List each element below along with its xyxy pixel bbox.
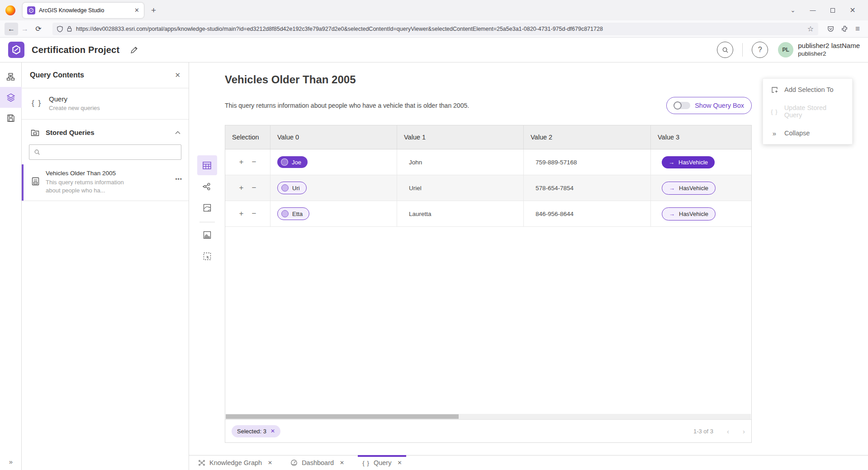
window-maximize-icon[interactable] (823, 3, 843, 18)
lock-icon[interactable] (67, 26, 72, 32)
search-button[interactable] (717, 42, 733, 58)
selected-indicator (22, 164, 24, 201)
stored-query-description: This query returns information about peo… (46, 178, 136, 194)
column-header-value0[interactable]: Value 0 (270, 125, 397, 149)
query-create-item[interactable]: { } Query Create new queries (22, 88, 189, 120)
horizontal-scrollbar[interactable] (226, 414, 751, 419)
column-header-value2[interactable]: Value 2 (524, 125, 651, 149)
braces-icon: { } (32, 99, 42, 108)
tab-query[interactable]: { } Query ✕ (356, 456, 408, 470)
cell-value1[interactable]: Lauretta (397, 201, 524, 226)
show-query-box-toggle[interactable]: Show Query Box (666, 97, 752, 114)
extensions-puzzle-icon[interactable] (841, 25, 848, 32)
column-header-value1[interactable]: Value 1 (397, 125, 524, 149)
scrollbar-thumb[interactable] (226, 414, 459, 419)
row-add-button[interactable]: + (239, 209, 244, 218)
results-table-card: Selection Value 0 Value 1 Value 2 Value … (225, 125, 752, 443)
relationship-pill[interactable]: →HasVehicle (662, 207, 716, 221)
rail-item-contents[interactable] (0, 87, 22, 108)
browser-tab[interactable]: ArcGIS Knowledge Studio ✕ (23, 3, 144, 18)
query-contents-panel: Query Contents ✕ { } Query Create new qu… (22, 62, 189, 470)
row-remove-button[interactable]: − (252, 183, 256, 192)
menu-item-update-stored-query[interactable]: { } Update Stored Query (763, 101, 852, 122)
cell-value2[interactable]: 759-889-57168 (524, 149, 651, 175)
reload-icon[interactable]: ⟳ (32, 23, 45, 35)
table-row: + − Etta Lauretta 846-956-8644 →HasVehic… (225, 201, 751, 227)
browser-toolbar: ← → ⟳ https://dev0028833.esri.com/portal… (0, 20, 868, 38)
image-view-button[interactable] (197, 225, 217, 245)
stored-queries-header[interactable]: Stored Queries (22, 120, 189, 139)
help-button[interactable]: ? (752, 42, 768, 58)
entity-icon (281, 158, 288, 166)
row-add-button[interactable]: + (239, 158, 244, 167)
cell-value2[interactable]: 578-654-7854 (524, 175, 651, 201)
user-name-line1: publisher2 lastName (798, 42, 860, 50)
stored-queries-title: Stored Queries (46, 129, 169, 136)
user-avatar[interactable]: PL (778, 42, 793, 58)
relationship-pill[interactable]: →HasVehicle (662, 182, 716, 195)
map-view-button[interactable] (197, 198, 217, 218)
tab-knowledge-graph[interactable]: Knowledge Graph ✕ (192, 456, 279, 470)
query-item-title: Query (49, 95, 100, 103)
expand-rail-icon[interactable]: » (0, 458, 22, 465)
clear-selection-icon[interactable]: ✕ (270, 428, 275, 434)
folder-icon (31, 129, 39, 136)
panel-close-icon[interactable]: ✕ (175, 71, 180, 79)
selected-count-chip[interactable]: Selected: 3 ✕ (232, 425, 280, 437)
entity-pill[interactable]: Joe (277, 156, 308, 168)
table-header-row: Selection Value 0 Value 1 Value 2 Value … (225, 125, 751, 149)
show-query-box-label: Show Query Box (695, 102, 744, 109)
bookmark-star-icon[interactable]: ☆ (807, 24, 814, 33)
column-header-value3[interactable]: Value 3 (651, 125, 751, 149)
page-next-icon[interactable]: › (743, 427, 745, 435)
table-footer: Selected: 3 ✕ 1-3 of 3 ‹ › (225, 419, 751, 442)
cell-value1[interactable]: John (397, 149, 524, 175)
forward-icon[interactable]: → (18, 23, 32, 35)
tab-close-icon[interactable]: ✕ (397, 460, 402, 466)
arcgis-favicon (27, 6, 35, 14)
select-view-button[interactable] (197, 246, 217, 266)
link-chart-view-button[interactable] (197, 177, 217, 197)
column-header-selection[interactable]: Selection (225, 125, 270, 149)
tab-close-icon[interactable]: ✕ (268, 460, 272, 466)
cell-value2[interactable]: 846-956-8644 (524, 201, 651, 226)
list-tabs-icon[interactable]: ⌄ (783, 3, 803, 18)
pocket-icon[interactable] (827, 25, 834, 32)
window-close-icon[interactable]: ✕ (843, 3, 863, 18)
table-view-button[interactable] (197, 155, 217, 175)
item-options-icon[interactable]: ••• (175, 176, 182, 182)
panel-title: Query Contents (30, 71, 175, 79)
new-tab-icon[interactable]: + (151, 5, 156, 15)
cell-value1[interactable]: Uriel (397, 175, 524, 201)
toggle-switch-off[interactable] (674, 102, 690, 109)
window-minimize-icon[interactable]: — (803, 3, 823, 18)
stored-query-item[interactable]: Vehicles Older Than 2005 This query retu… (22, 164, 189, 201)
arrow-right-icon: → (669, 185, 675, 192)
firefox-icon[interactable] (5, 5, 15, 15)
tab-close-icon[interactable]: ✕ (340, 460, 344, 466)
back-icon[interactable]: ← (5, 23, 18, 35)
project-title: Certification Project (32, 45, 119, 55)
query-title: Vehicles Older Than 2005 (225, 73, 752, 86)
tab-dashboard[interactable]: Dashboard ✕ (284, 456, 351, 470)
relationship-pill[interactable]: →HasVehicle (662, 156, 715, 168)
row-remove-button[interactable]: − (252, 209, 256, 218)
entity-pill[interactable]: Etta (277, 207, 309, 220)
tab-close-icon[interactable]: ✕ (134, 7, 139, 14)
edit-title-icon[interactable] (130, 46, 138, 54)
chevron-up-icon[interactable] (175, 131, 180, 134)
add-selection-icon (770, 86, 778, 94)
menu-item-collapse[interactable]: » Collapse (763, 122, 852, 144)
stored-queries-search[interactable] (29, 144, 181, 160)
shield-icon[interactable] (57, 26, 63, 32)
rail-item-save[interactable] (0, 108, 22, 129)
rail-item-data-model[interactable] (0, 66, 22, 87)
search-input[interactable] (44, 149, 176, 156)
row-add-button[interactable]: + (239, 183, 244, 192)
row-remove-button[interactable]: − (252, 158, 256, 167)
url-field[interactable]: https://dev0028833.esri.com/portal/apps/… (52, 23, 818, 35)
page-previous-icon[interactable]: ‹ (727, 427, 729, 435)
menu-item-add-selection-to[interactable]: Add Selection To (763, 79, 852, 101)
menu-hamburger-icon[interactable]: ≡ (855, 24, 860, 34)
entity-pill[interactable]: Uri (277, 182, 307, 194)
